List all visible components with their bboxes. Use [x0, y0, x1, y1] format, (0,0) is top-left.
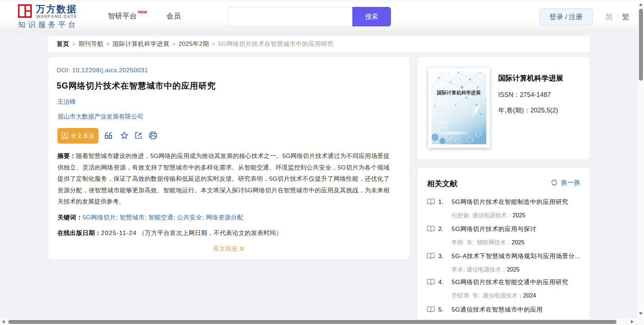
svg-text:国际计算机科学进展: 国际计算机科学进展 — [437, 90, 481, 95]
svg-text:free: free — [63, 136, 67, 139]
